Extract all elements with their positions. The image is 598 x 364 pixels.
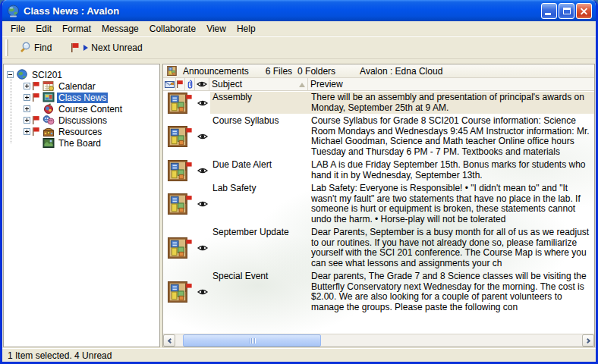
close-button[interactable] <box>576 3 592 19</box>
scroll-left-button[interactable] <box>163 334 175 347</box>
globe-icon <box>7 5 20 17</box>
tree-item-course-content[interactable]: Course Content <box>24 103 158 115</box>
menu-file[interactable]: File <box>5 22 30 36</box>
column-header-row: Subject Preview <box>163 78 594 91</box>
title-bar[interactable]: Class News : Avalon <box>2 0 596 21</box>
next-unread-button[interactable]: Next Unread <box>65 40 148 55</box>
maximize-icon <box>563 8 571 14</box>
viewed-eye-icon <box>197 244 208 252</box>
message-list-panel: Announcements 6 Files 0 Folders Avalon :… <box>162 64 595 347</box>
status-bar: 1 Item selected. 4 Unread <box>2 348 596 362</box>
envelope-icon <box>165 81 175 88</box>
content-icon <box>42 103 55 115</box>
message-subject: September Update <box>210 227 309 269</box>
scrollbar-thumb[interactable] <box>183 334 321 347</box>
app-window: Class News : Avalon File Edit Format Mes… <box>0 0 598 364</box>
toolbar: Find Next Unread <box>2 36 596 59</box>
bulletin-board-icon <box>166 66 178 76</box>
horizontal-scrollbar[interactable] <box>163 334 594 347</box>
message-row-due-date-alert[interactable]: Due Date Alert LAB A is due Friday Septe… <box>163 158 594 182</box>
board-picture-icon <box>42 137 55 149</box>
files-count: 6 Files <box>266 66 292 77</box>
message-preview: Lab Safety: Everyone is Responsible! • "… <box>309 183 594 225</box>
paperclip-icon <box>187 80 193 89</box>
expand-icon[interactable] <box>24 83 30 89</box>
expand-icon[interactable] <box>24 94 30 101</box>
column-attachment[interactable] <box>185 78 195 90</box>
next-unread-label: Next Unread <box>91 42 142 53</box>
tree-label-course-content: Course Content <box>57 104 124 115</box>
discussions-icon <box>42 115 55 126</box>
expand-icon[interactable] <box>24 117 30 124</box>
maximize-button[interactable] <box>559 3 574 19</box>
message-row-assembly[interactable]: Assembly There will be an assembly and p… <box>163 91 594 115</box>
column-preview[interactable]: Preview <box>308 78 594 90</box>
unread-flag-icon <box>185 284 193 293</box>
eye-icon <box>197 80 207 88</box>
unread-flag-icon <box>185 128 193 137</box>
message-preview: There will be an assembly and presentati… <box>309 92 594 114</box>
chevron-left-icon <box>167 337 172 343</box>
message-row-september-update[interactable]: September Update Dear Parents, September… <box>163 226 594 270</box>
content-area: SCI201 Calendar <box>2 59 596 348</box>
panel-location: Avalon : Edna Cloud <box>360 66 442 77</box>
message-preview: LAB A is due Friday September 15th. Bonu… <box>309 159 594 181</box>
column-subject[interactable]: Subject <box>209 78 308 90</box>
message-subject: Special Event <box>210 271 309 313</box>
message-preview: Course Syllabus for Grade 8 SCI201 Cours… <box>309 115 594 158</box>
message-preview: Dear Parents, September is a busy month … <box>309 227 594 269</box>
tree-label-class-news: Class News <box>57 93 108 103</box>
tree-label-sci201: SCI201 <box>30 70 64 80</box>
folders-count: 0 Folders <box>297 66 335 77</box>
unread-flag-icon <box>33 127 40 136</box>
unread-flag-icon <box>185 162 193 171</box>
scroll-right-button[interactable] <box>582 334 594 347</box>
flag-icon <box>177 80 184 89</box>
message-subject: Assembly <box>210 92 309 114</box>
tree-label-the-board: The Board <box>57 138 102 149</box>
column-envelope[interactable] <box>163 78 176 90</box>
tree-item-sci201[interactable]: SCI201 <box>7 69 158 80</box>
message-row-course-syllabus[interactable]: Course Syllabus Course Syllabus for Grad… <box>163 115 594 158</box>
panel-header: Announcements 6 Files 0 Folders Avalon :… <box>163 64 594 78</box>
tree-item-the-board[interactable]: The Board <box>24 137 158 149</box>
panel-title: Announcements <box>183 66 249 77</box>
menu-message[interactable]: Message <box>96 22 144 36</box>
calendar-icon <box>42 80 55 92</box>
minimize-button[interactable] <box>541 3 557 19</box>
column-flag[interactable] <box>176 78 185 90</box>
column-viewed[interactable] <box>195 78 209 90</box>
viewed-eye-icon <box>197 288 208 296</box>
message-row-special-event[interactable]: Special Event Dear parents, The Grade 7 … <box>163 270 594 314</box>
unread-flag-icon <box>71 43 80 53</box>
find-button[interactable]: Find <box>13 39 58 56</box>
menu-bar: File Edit Format Message Collaborate Vie… <box>2 21 596 36</box>
viewed-eye-icon <box>197 133 208 140</box>
message-list: Assembly There will be an assembly and p… <box>163 91 594 334</box>
window-title: Class News : Avalon <box>24 5 541 17</box>
menu-format[interactable]: Format <box>57 22 96 36</box>
message-row-lab-safety[interactable]: Lab Safety Lab Safety: Everyone is Respo… <box>163 182 594 226</box>
news-icon <box>42 92 55 103</box>
message-subject: Due Date Alert <box>210 159 309 181</box>
toolbar-drag-handle[interactable] <box>5 39 8 56</box>
menu-help[interactable]: Help <box>231 22 261 36</box>
menu-view[interactable]: View <box>201 22 231 36</box>
expand-icon[interactable] <box>24 128 30 135</box>
message-preview: Dear parents, The Grade 7 and 8 Science … <box>309 271 594 313</box>
tree-item-class-news[interactable]: Class News <box>24 92 158 103</box>
next-arrow-icon <box>83 45 88 51</box>
conference-tree: SCI201 Calendar <box>3 64 160 347</box>
unread-flag-icon <box>33 93 40 102</box>
find-label: Find <box>34 42 52 53</box>
unread-flag-icon <box>185 196 193 205</box>
menu-edit[interactable]: Edit <box>30 22 57 36</box>
magnifier-icon <box>19 42 31 54</box>
menu-collaborate[interactable]: Collaborate <box>144 22 201 36</box>
tree-item-calendar[interactable]: Calendar <box>24 80 158 92</box>
expand-icon[interactable] <box>24 105 30 112</box>
message-subject: Lab Safety <box>210 183 309 225</box>
tree-item-resources[interactable]: Resources <box>24 126 158 137</box>
tree-item-discussions[interactable]: Discussions <box>24 115 158 126</box>
unread-flag-icon <box>33 82 40 91</box>
